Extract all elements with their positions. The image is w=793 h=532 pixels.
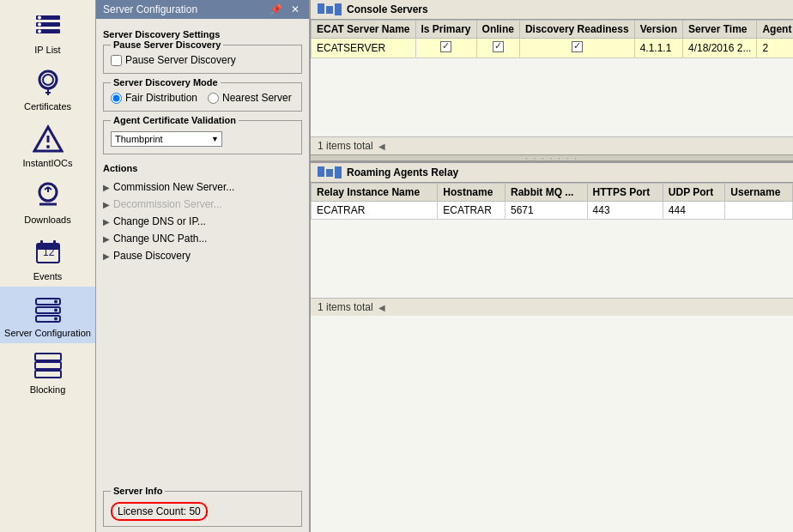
action-commission[interactable]: ▶ Commission New Server... <box>103 178 302 196</box>
sidebar-item-events[interactable]: 12 Events <box>0 230 95 287</box>
svg-rect-22 <box>53 240 56 247</box>
blocking-icon <box>31 348 65 383</box>
col-ecat-server-name: ECAT Server Name <box>312 21 416 39</box>
config-panel: Server Configuration 📌 ✕ Server Discover… <box>96 0 311 532</box>
cell-rabbit-mq: 5671 <box>505 202 587 220</box>
actions-section: ▶ Commission New Server... ▶ Decommissio… <box>103 178 302 264</box>
pause-server-discovery-checkbox-label: Pause Server Discovery <box>125 54 236 66</box>
col-https-port: HTTPS Port <box>587 184 663 202</box>
agent-cert-validation-group: Agent Certificate Validation Thumbprint … <box>103 120 302 154</box>
pause-discovery-arrow-icon: ▶ <box>103 251 110 261</box>
pause-server-discovery-content: Pause Server Discovery <box>111 54 294 66</box>
actions-label: Actions <box>103 163 302 173</box>
decommission-label: Decommission Server... <box>113 198 222 210</box>
cell-https-port: 443 <box>587 202 663 220</box>
col-hostname: Hostname <box>438 184 505 202</box>
console-servers-title-bar: Console Servers <box>311 0 793 20</box>
action-pause-discovery[interactable]: ▶ Pause Discovery <box>103 247 302 264</box>
sidebar-item-ip-list-label: IP List <box>34 45 60 55</box>
roaming-agents-status-bar: 1 items total ◀ <box>311 298 793 316</box>
roaming-agents-scroll-left[interactable]: ◀ <box>378 303 385 312</box>
server-config-icon <box>31 292 65 326</box>
server-discovery-heading: Server Discovery Settings <box>103 29 302 39</box>
pause-server-discovery-checkbox[interactable] <box>111 55 122 66</box>
pause-server-discovery-checkbox-row[interactable]: Pause Server Discovery <box>111 54 294 66</box>
sidebar-item-server-configuration[interactable]: Server Configuration <box>0 287 95 343</box>
fair-distribution-radio-row[interactable]: Fair Distribution <box>111 92 197 104</box>
col-username: Username <box>725 184 793 202</box>
console-servers-status-bar: 1 items total ◀ <box>311 136 793 154</box>
svg-rect-29 <box>35 354 61 360</box>
roaming-agents-title-bar: Roaming Agents Relay <box>311 163 793 183</box>
certificate-icon <box>31 65 65 100</box>
console-servers-header-row: ECAT Server Name Is Primary Online Disco… <box>312 21 794 39</box>
nearest-server-radio[interactable] <box>208 93 219 104</box>
cell-discovery-readiness <box>519 39 634 58</box>
is-primary-check <box>440 41 451 52</box>
pin-button[interactable]: 📌 <box>267 3 285 15</box>
console-servers-table-area[interactable]: ECAT Server Name Is Primary Online Disco… <box>311 20 793 136</box>
events-icon: 12 <box>31 235 65 269</box>
console-servers-row-0[interactable]: ECATSERVER 4.1.1.1 4/18/2016 2... 2 ECA <box>312 39 794 58</box>
license-count-value: 50 <box>189 505 200 517</box>
col-server-time: Server Time <box>682 21 756 39</box>
console-servers-section: Console Servers ECAT Server Name Is Prim… <box>311 0 793 154</box>
svg-point-27 <box>54 309 58 312</box>
nearest-server-label: Nearest Server <box>222 92 292 104</box>
roaming-agents-title: Roaming Agents Relay <box>347 166 458 178</box>
config-content: Server Discovery Settings Pause Server D… <box>96 19 309 486</box>
col-online: Online <box>476 21 519 39</box>
svg-rect-30 <box>35 362 61 369</box>
fair-distribution-radio[interactable] <box>111 93 122 104</box>
sidebar-item-certificates[interactable]: Certificates <box>0 60 95 117</box>
fair-distribution-label: Fair Distribution <box>125 92 197 104</box>
action-change-unc[interactable]: ▶ Change UNC Path... <box>103 230 302 247</box>
config-panel-title: Server Configuration <box>103 3 197 15</box>
svg-point-26 <box>54 300 58 304</box>
col-discovery-readiness: Discovery Readiness <box>519 21 634 39</box>
warning-icon <box>31 122 65 156</box>
roaming-agents-row-0[interactable]: ECATRAR ECATRAR 5671 443 444 <box>312 202 793 220</box>
col-udp-port: UDP Port <box>663 184 724 202</box>
nearest-server-radio-row[interactable]: Nearest Server <box>208 92 292 104</box>
svg-text:12: 12 <box>43 246 55 258</box>
server-info-section: Server Info License Count: 50 <box>103 491 302 527</box>
change-unc-label: Change UNC Path... <box>113 233 207 245</box>
svg-rect-31 <box>35 371 61 378</box>
agent-cert-validation-content: Thumbprint None Full ▼ <box>111 131 294 147</box>
roaming-agents-table-area[interactable]: Relay Instance Name Hostname Rabbit MQ .… <box>311 183 793 298</box>
action-change-dns[interactable]: ▶ Change DNS or IP... <box>103 213 302 230</box>
panel-divider[interactable]: · · · · · · · <box>311 154 793 161</box>
license-count-wrapper: License Count: 50 <box>111 497 294 521</box>
thumbprint-dropdown[interactable]: Thumbprint None Full <box>111 131 222 147</box>
sidebar-item-instantiocs[interactable]: InstantIOCs <box>0 117 95 173</box>
cell-server-time: 4/18/2016 2... <box>682 39 756 58</box>
roaming-agents-icon <box>318 166 342 178</box>
right-panel: Console Servers ECAT Server Name Is Prim… <box>311 0 793 532</box>
roaming-agents-footer: 1 items total <box>318 301 373 313</box>
svg-point-7 <box>43 75 53 85</box>
console-servers-tbody: ECATSERVER 4.1.1.1 4/18/2016 2... 2 ECA <box>312 39 794 58</box>
pause-server-discovery-group: Pause Server Discovery Pause Server Disc… <box>103 45 302 74</box>
server-discovery-mode-content: Fair Distribution Nearest Server <box>111 92 294 104</box>
sidebar-item-blocking[interactable]: Blocking <box>0 343 95 400</box>
change-dns-arrow-icon: ▶ <box>103 217 110 227</box>
server-discovery-mode-label: Server Discovery Mode <box>111 77 221 88</box>
thumbprint-dropdown-wrapper: Thumbprint None Full ▼ <box>111 131 222 147</box>
col-agent-count: Agent Count <box>757 21 793 39</box>
col-relay-instance-name: Relay Instance Name <box>312 184 438 202</box>
svg-point-12 <box>46 145 50 148</box>
cell-udp-port: 444 <box>663 202 724 220</box>
svg-point-3 <box>38 16 41 20</box>
svg-rect-21 <box>40 240 43 247</box>
roaming-agents-thead: Relay Instance Name Hostname Rabbit MQ .… <box>312 184 793 202</box>
console-servers-thead: ECAT Server Name Is Primary Online Disco… <box>312 21 794 39</box>
console-servers-footer: 1 items total <box>318 140 373 152</box>
sidebar-item-ip-list[interactable]: IP List <box>0 3 95 60</box>
cell-server-name: ECATSERVER <box>312 39 416 58</box>
sidebar-item-downloads[interactable]: Downloads <box>0 173 95 230</box>
close-button[interactable]: ✕ <box>288 3 302 15</box>
sidebar-item-downloads-label: Downloads <box>24 215 70 225</box>
cell-version: 4.1.1.1 <box>634 39 682 58</box>
console-servers-scroll-left[interactable]: ◀ <box>378 142 385 151</box>
